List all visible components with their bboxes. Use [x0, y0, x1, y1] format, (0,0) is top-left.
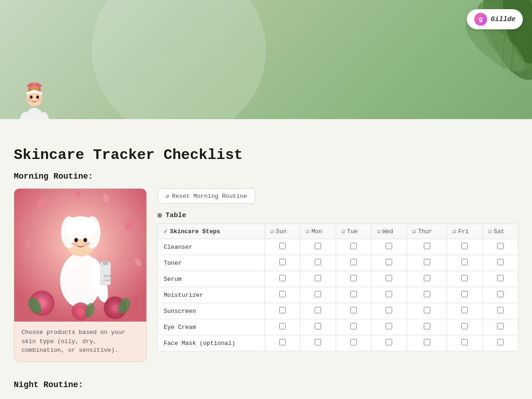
checkbox-cell-row6-col3[interactable] — [371, 335, 407, 351]
checkbox-row4-col6[interactable] — [497, 307, 504, 313]
checkbox-row5-col4[interactable] — [424, 323, 430, 329]
checkbox-cell-row5-col2[interactable] — [336, 319, 371, 335]
checkbox-cell-row6-col2[interactable] — [336, 335, 371, 351]
checkbox-cell-row4-col0[interactable] — [265, 303, 300, 319]
checkbox-row5-col1[interactable] — [315, 323, 321, 329]
checkbox-row2-col2[interactable] — [350, 275, 357, 281]
checkbox-cell-row0-col0[interactable] — [265, 239, 300, 255]
checkbox-row4-col5[interactable] — [461, 307, 468, 313]
checkbox-cell-row1-col2[interactable] — [336, 255, 371, 271]
checkbox-row3-col2[interactable] — [350, 291, 357, 297]
checkbox-cell-row2-col2[interactable] — [336, 271, 371, 287]
checkbox-row5-col0[interactable] — [279, 323, 286, 329]
checkbox-row1-col4[interactable] — [424, 259, 430, 265]
checkbox-row5-col5[interactable] — [461, 323, 468, 329]
checkbox-row0-col2[interactable] — [350, 243, 357, 249]
checkbox-row1-col3[interactable] — [386, 259, 392, 265]
checkbox-row5-col3[interactable] — [386, 323, 392, 329]
checkbox-cell-row5-col5[interactable] — [447, 319, 482, 335]
checkbox-cell-row2-col5[interactable] — [447, 271, 482, 287]
checkbox-row2-col3[interactable] — [386, 275, 392, 281]
checkbox-cell-row6-col1[interactable] — [300, 335, 336, 351]
checkbox-row6-col6[interactable] — [497, 339, 504, 345]
checkbox-cell-row1-col0[interactable] — [265, 255, 300, 271]
checkbox-row6-col3[interactable] — [386, 339, 392, 345]
checkbox-row0-col1[interactable] — [315, 243, 321, 249]
checkbox-cell-row0-col2[interactable] — [336, 239, 371, 255]
checkbox-row0-col4[interactable] — [424, 243, 430, 249]
checkbox-cell-row4-col3[interactable] — [371, 303, 407, 319]
checkbox-row2-col0[interactable] — [279, 275, 286, 281]
checkbox-cell-row2-col4[interactable] — [407, 271, 447, 287]
checkbox-cell-row3-col5[interactable] — [447, 287, 482, 303]
checkbox-cell-row3-col6[interactable] — [482, 287, 518, 303]
checkbox-cell-row0-col5[interactable] — [447, 239, 482, 255]
checkbox-row4-col1[interactable] — [315, 307, 321, 313]
checkbox-row6-col1[interactable] — [315, 339, 321, 345]
checkbox-row1-col0[interactable] — [279, 259, 286, 265]
checkbox-row5-col2[interactable] — [350, 323, 357, 329]
checkbox-row3-col4[interactable] — [424, 291, 430, 297]
checkbox-cell-row4-col6[interactable] — [482, 303, 518, 319]
checkbox-row0-col6[interactable] — [497, 243, 504, 249]
checkbox-cell-row3-col1[interactable] — [300, 287, 336, 303]
checkbox-cell-row2-col6[interactable] — [482, 271, 518, 287]
checkbox-cell-row2-col1[interactable] — [300, 271, 336, 287]
checkbox-row1-col1[interactable] — [315, 259, 321, 265]
checkbox-row5-col6[interactable] — [497, 323, 504, 329]
checkbox-row4-col2[interactable] — [350, 307, 357, 313]
checkbox-cell-row0-col3[interactable] — [371, 239, 407, 255]
checkbox-row3-col3[interactable] — [386, 291, 392, 297]
checkbox-row3-col6[interactable] — [497, 291, 504, 297]
checkbox-row6-col5[interactable] — [461, 339, 468, 345]
checkbox-row3-col5[interactable] — [461, 291, 468, 297]
checkbox-cell-row5-col3[interactable] — [371, 319, 407, 335]
checkbox-cell-row6-col4[interactable] — [407, 335, 447, 351]
checkbox-cell-row6-col5[interactable] — [447, 335, 482, 351]
reset-morning-button[interactable]: ↺ Reset Morning Routine — [158, 188, 255, 204]
checkbox-cell-row1-col6[interactable] — [482, 255, 518, 271]
checkbox-cell-row4-col4[interactable] — [407, 303, 447, 319]
checkbox-cell-row6-col0[interactable] — [265, 335, 300, 351]
checkbox-cell-row1-col1[interactable] — [300, 255, 336, 271]
checkbox-cell-row1-col3[interactable] — [371, 255, 407, 271]
checkbox-cell-row3-col0[interactable] — [265, 287, 300, 303]
checkbox-cell-row3-col2[interactable] — [336, 287, 371, 303]
checkbox-row2-col4[interactable] — [424, 275, 430, 281]
checkbox-row1-col2[interactable] — [350, 259, 357, 265]
checkbox-cell-row4-col2[interactable] — [336, 303, 371, 319]
checkbox-row0-col3[interactable] — [386, 243, 392, 249]
checkbox-cell-row6-col6[interactable] — [482, 335, 518, 351]
checkbox-cell-row5-col1[interactable] — [300, 319, 336, 335]
checkbox-row2-col5[interactable] — [461, 275, 468, 281]
checkbox-row4-col3[interactable] — [386, 307, 392, 313]
checkbox-cell-row2-col0[interactable] — [265, 271, 300, 287]
checkbox-cell-row5-col0[interactable] — [265, 319, 300, 335]
checkbox-cell-row0-col4[interactable] — [407, 239, 447, 255]
checkbox-cell-row4-col5[interactable] — [447, 303, 482, 319]
checkbox-row1-col5[interactable] — [461, 259, 468, 265]
checkbox-cell-row1-col5[interactable] — [447, 255, 482, 271]
checkbox-cell-row0-col6[interactable] — [482, 239, 518, 255]
checkbox-row2-col1[interactable] — [315, 275, 321, 281]
checkbox-row6-col2[interactable] — [350, 339, 357, 345]
checkbox-row6-col4[interactable] — [424, 339, 430, 345]
checkbox-row3-col0[interactable] — [279, 291, 286, 297]
checkbox-row4-col4[interactable] — [424, 307, 430, 313]
checkbox-row2-col6[interactable] — [497, 275, 504, 281]
checkbox-row3-col1[interactable] — [315, 291, 321, 297]
checkbox-cell-row1-col4[interactable] — [407, 255, 447, 271]
checkbox-cell-row4-col1[interactable] — [300, 303, 336, 319]
checkbox-row0-col0[interactable] — [279, 243, 286, 249]
checkbox-cell-row2-col3[interactable] — [371, 271, 407, 287]
checkbox-row0-col5[interactable] — [461, 243, 468, 249]
checkbox-row4-col0[interactable] — [279, 307, 286, 313]
checkbox-row6-col0[interactable] — [279, 339, 286, 345]
checkbox-row1-col6[interactable] — [497, 259, 504, 265]
checkbox-cell-row3-col4[interactable] — [407, 287, 447, 303]
checkbox-cell-row3-col3[interactable] — [371, 287, 407, 303]
svg-point-31 — [74, 238, 78, 242]
checkbox-cell-row0-col1[interactable] — [300, 239, 336, 255]
checkbox-cell-row5-col4[interactable] — [407, 319, 447, 335]
checkbox-cell-row5-col6[interactable] — [482, 319, 518, 335]
